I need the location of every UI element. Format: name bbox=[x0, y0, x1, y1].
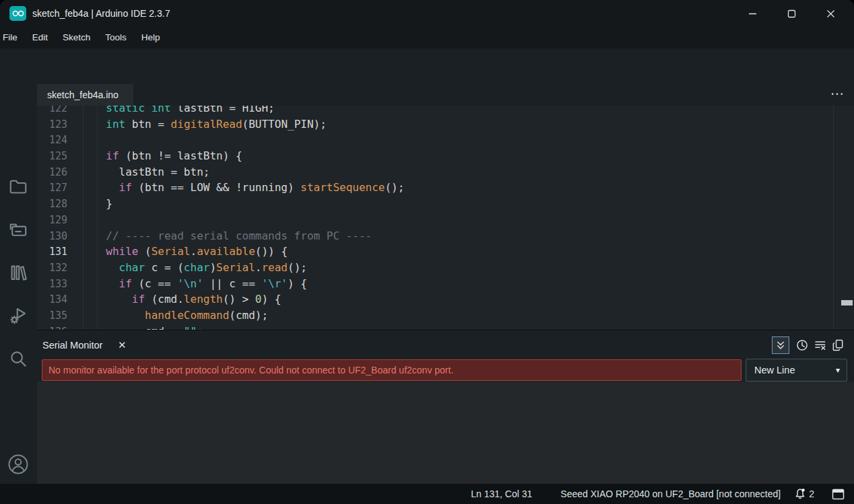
more-actions-icon[interactable]: ⋯ bbox=[830, 84, 845, 106]
indent-guide bbox=[97, 106, 98, 330]
code-line: 130 // ---- read serial commands from PC… bbox=[37, 228, 854, 244]
clear-output-icon bbox=[814, 338, 827, 352]
serial-monitor-title: Serial Monitor bbox=[42, 330, 102, 360]
notification-count: 2 bbox=[809, 489, 814, 499]
close-button[interactable] bbox=[819, 3, 842, 24]
code-line: 133 if (c == '\n' || c == '\r') { bbox=[37, 276, 854, 292]
window-title: sketch_feb4a | Arduino IDE 2.3.7 bbox=[32, 0, 170, 27]
sidebar-item-debug[interactable] bbox=[7, 304, 30, 327]
code-line: 135 handleCommand(cmd); bbox=[37, 308, 854, 324]
library-icon bbox=[8, 262, 28, 283]
tab-bar: sketch_feb4a.ino ⋯ bbox=[37, 84, 854, 106]
status-bar: Ln 131, Col 31 Seeed XIAO RP2040 on UF2_… bbox=[0, 484, 854, 504]
code-line: 132 char c = (char)Serial.read(); bbox=[37, 260, 854, 276]
bell-icon bbox=[794, 488, 806, 500]
toggle-timestamp-button[interactable] bbox=[793, 336, 811, 354]
code-line: 128 } bbox=[37, 196, 854, 212]
panel-layout-icon bbox=[832, 489, 845, 500]
sidebar-item-library-manager[interactable] bbox=[7, 261, 30, 284]
code-line: 134 if (cmd.length() > 0) { bbox=[37, 291, 854, 308]
folder-icon bbox=[8, 176, 28, 196]
serial-monitor-header: Serial Monitor ✕ bbox=[37, 330, 854, 359]
code-line: 129 bbox=[37, 212, 854, 228]
close-icon[interactable]: ✕ bbox=[118, 339, 127, 351]
code-line: 125 if (btn != lastBtn) { bbox=[37, 148, 854, 164]
minimize-button[interactable] bbox=[741, 3, 764, 24]
account-icon bbox=[7, 453, 30, 476]
toggle-panel-button[interactable] bbox=[832, 489, 845, 500]
sidebar-item-account[interactable] bbox=[7, 453, 30, 476]
copy-icon bbox=[831, 338, 845, 352]
code-line: 126 lastBtn = btn; bbox=[37, 164, 854, 180]
code-line: 124 bbox=[37, 132, 854, 148]
toolbar: Seeed XIAO RP2040 ▾ bbox=[0, 48, 854, 84]
tab-sketch-feb4a[interactable]: sketch_feb4a.ino bbox=[37, 84, 133, 106]
line-ending-select[interactable]: New Line ▾ bbox=[746, 359, 847, 382]
gutter-divider bbox=[83, 106, 84, 330]
debug-icon bbox=[8, 305, 28, 326]
boards-manager-icon bbox=[8, 219, 28, 240]
copy-output-button[interactable] bbox=[829, 336, 847, 354]
clock-icon bbox=[795, 338, 809, 352]
sidebar-item-boards-manager[interactable] bbox=[7, 218, 30, 241]
code-editor[interactable]: 122 static int lastBtn = HIGH;123 int bt… bbox=[37, 106, 854, 330]
notifications-button[interactable]: 2 bbox=[794, 488, 814, 500]
code-line: 136 cmd = ""; bbox=[37, 324, 854, 330]
code-line: 122 static int lastBtn = HIGH; bbox=[37, 106, 854, 116]
editor-scrollbar-thumb[interactable] bbox=[841, 300, 853, 305]
menu-edit[interactable]: Edit bbox=[25, 27, 55, 48]
menu-help[interactable]: Help bbox=[134, 27, 168, 48]
maximize-button[interactable] bbox=[780, 3, 803, 24]
title-bar: sketch_feb4a | Arduino IDE 2.3.7 bbox=[0, 0, 854, 27]
code-lines: 122 static int lastBtn = HIGH;123 int bt… bbox=[37, 106, 854, 330]
overview-ruler-divider bbox=[833, 106, 834, 330]
board-connection-status[interactable]: Seeed XIAO RP2040 on UF2_Board [not conn… bbox=[560, 489, 781, 499]
arduino-ide-window: sketch_feb4a | Arduino IDE 2.3.7 File Ed… bbox=[0, 0, 854, 504]
search-icon bbox=[8, 349, 28, 369]
chevron-down-icon: ▾ bbox=[836, 365, 840, 375]
double-chevron-down-icon bbox=[774, 338, 787, 352]
serial-monitor-error-message: No monitor available for the port protoc… bbox=[42, 359, 742, 381]
clear-output-button[interactable] bbox=[812, 336, 829, 354]
menu-bar: File Edit Sketch Tools Help bbox=[0, 27, 854, 48]
line-ending-label: New Line bbox=[754, 365, 836, 375]
code-line: 131 while (Serial.available()) { bbox=[37, 244, 854, 260]
menu-file[interactable]: File bbox=[0, 27, 25, 48]
arduino-logo-icon bbox=[9, 6, 26, 21]
code-line: 127 if (btn == LOW && !running) startSeq… bbox=[37, 180, 854, 196]
sidebar-item-sketchbook[interactable] bbox=[7, 175, 30, 198]
sidebar-item-search[interactable] bbox=[7, 347, 30, 370]
cursor-position: Ln 131, Col 31 bbox=[471, 489, 532, 499]
activity-sidebar bbox=[0, 84, 37, 484]
menu-tools[interactable]: Tools bbox=[98, 27, 134, 48]
toggle-autoscroll-button[interactable] bbox=[772, 336, 789, 354]
menu-sketch[interactable]: Sketch bbox=[55, 27, 98, 48]
serial-monitor-output[interactable] bbox=[37, 382, 854, 484]
code-line: 123 int btn = digitalRead(BUTTON_PIN); bbox=[37, 116, 854, 133]
